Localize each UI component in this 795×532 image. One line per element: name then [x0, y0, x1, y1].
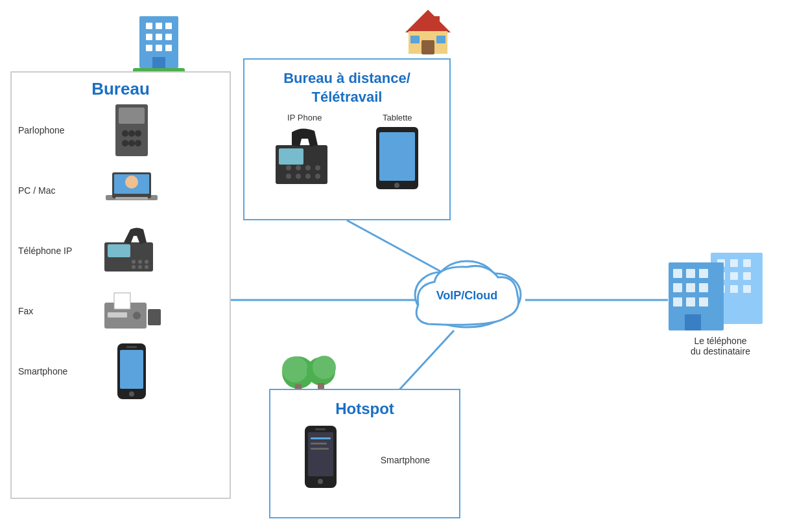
hotspot-title: Hotspot [280, 400, 449, 418]
svg-rect-47 [434, 16, 440, 29]
svg-rect-28 [115, 197, 148, 200]
svg-rect-17 [119, 108, 145, 124]
svg-point-44 [129, 391, 134, 397]
svg-point-57 [315, 165, 320, 170]
house-icon [402, 6, 454, 55]
remote-tablet: Tablette [373, 113, 421, 191]
telephone-ip-icon [99, 226, 164, 275]
voip-cloud: VoIP/Cloud [402, 253, 532, 337]
svg-point-58 [286, 174, 291, 179]
svg-point-20 [135, 130, 141, 137]
svg-point-64 [394, 183, 399, 188]
svg-point-60 [305, 174, 311, 179]
svg-point-32 [138, 260, 142, 264]
svg-rect-99 [743, 285, 751, 293]
svg-point-59 [296, 174, 301, 179]
bureau-item-telephone-ip: Téléphone IP [18, 226, 223, 275]
svg-rect-49 [421, 40, 434, 54]
destination-label: Le téléphonedu destinataire [665, 336, 776, 356]
remote-tablet-label: Tablette [383, 113, 412, 122]
svg-rect-7 [165, 23, 172, 29]
svg-rect-9 [156, 34, 162, 40]
remote-title: Bureau à distance/Télétravail [254, 69, 440, 106]
hotspot-content: Smartphone [280, 424, 449, 496]
svg-point-54 [286, 165, 291, 170]
svg-rect-51 [436, 36, 445, 43]
svg-rect-106 [699, 283, 708, 292]
svg-rect-12 [156, 45, 162, 51]
svg-rect-98 [730, 285, 738, 293]
remote-ip-phone-label: IP Phone [287, 113, 322, 122]
svg-rect-38 [114, 293, 130, 309]
svg-rect-103 [699, 269, 708, 278]
svg-text:VoIP/Cloud: VoIP/Cloud [436, 289, 498, 302]
svg-rect-39 [108, 312, 127, 318]
svg-point-19 [128, 130, 135, 137]
svg-point-40 [133, 312, 141, 319]
svg-rect-11 [146, 45, 152, 51]
svg-point-34 [132, 265, 136, 269]
svg-point-33 [145, 260, 148, 264]
svg-rect-107 [673, 297, 682, 306]
hotspot-smartphone-label: Smartphone [381, 455, 430, 465]
svg-point-66 [282, 356, 308, 382]
svg-rect-101 [673, 269, 682, 278]
telephone-ip-label: Téléphone IP [18, 246, 89, 256]
svg-rect-95 [730, 272, 738, 280]
svg-point-31 [132, 260, 136, 264]
pc-icon [99, 166, 164, 214]
parlophone-label: Parlophone [18, 125, 89, 135]
bureau-item-pc: PC / Mac [18, 166, 223, 214]
svg-rect-79 [311, 443, 327, 445]
svg-point-23 [135, 140, 141, 146]
svg-rect-93 [743, 259, 751, 267]
remote-ip-phone: IP Phone [272, 113, 337, 191]
svg-rect-50 [410, 36, 420, 43]
parlophone-icon [99, 106, 164, 154]
svg-rect-5 [146, 23, 152, 29]
svg-rect-78 [311, 437, 331, 439]
svg-point-35 [138, 265, 142, 269]
pc-label: PC / Mac [18, 185, 89, 196]
svg-point-22 [128, 140, 135, 146]
svg-rect-30 [108, 244, 130, 257]
svg-rect-102 [686, 269, 695, 278]
fax-icon [99, 286, 164, 335]
bureau-item-smartphone: Smartphone [18, 347, 223, 395]
svg-rect-13 [165, 45, 172, 51]
svg-rect-108 [686, 297, 695, 306]
svg-point-27 [125, 176, 138, 189]
svg-rect-14 [152, 57, 165, 69]
smartphone-bureau-icon [99, 347, 164, 395]
svg-point-76 [318, 479, 323, 484]
svg-rect-110 [685, 314, 701, 330]
svg-rect-63 [379, 132, 415, 181]
svg-point-18 [122, 130, 128, 137]
svg-point-61 [315, 174, 320, 179]
svg-point-55 [296, 165, 301, 170]
svg-rect-80 [311, 448, 329, 450]
svg-rect-96 [743, 272, 751, 280]
bureau-item-parlophone: Parlophone [18, 106, 223, 154]
svg-point-56 [305, 165, 311, 170]
svg-rect-43 [120, 350, 143, 389]
svg-rect-6 [156, 23, 162, 29]
hotspot-box: Hotspot Smartphone [269, 389, 460, 518]
svg-rect-8 [146, 34, 152, 40]
remote-office-box: Bureau à distance/Télétravail IP Phone [243, 58, 451, 220]
destination-box: Le téléphonedu destinataire [665, 240, 776, 356]
bureau-box: Bureau Parlophone PC / Mac [10, 71, 231, 499]
remote-devices: IP Phone Tablette [254, 113, 440, 191]
smartphone-bureau-label: Smartphone [18, 366, 89, 376]
svg-rect-104 [673, 283, 682, 292]
svg-rect-109 [699, 297, 708, 306]
svg-rect-41 [148, 309, 161, 325]
svg-rect-10 [165, 34, 172, 40]
svg-rect-53 [279, 148, 303, 165]
svg-rect-77 [315, 428, 326, 430]
bureau-building-icon [130, 6, 188, 78]
svg-rect-105 [686, 283, 695, 292]
svg-point-36 [145, 265, 148, 269]
svg-rect-45 [126, 346, 137, 348]
svg-point-69 [313, 356, 336, 379]
